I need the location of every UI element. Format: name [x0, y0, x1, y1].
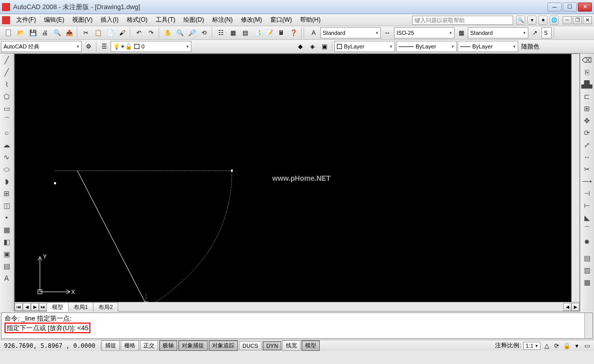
cut-icon[interactable]: ✂: [80, 27, 91, 38]
dyn-toggle[interactable]: DYN: [263, 341, 281, 350]
menu-edit[interactable]: 编辑(E): [40, 14, 68, 26]
revcloud-icon[interactable]: ☁: [1, 139, 12, 150]
stretch-icon[interactable]: ↔: [581, 151, 592, 163]
circle-icon[interactable]: ○: [1, 127, 12, 138]
hscroll-right-button[interactable]: ▶: [571, 303, 579, 311]
menu-file[interactable]: 文件(F): [12, 14, 40, 26]
mleader-combo[interactable]: S: [541, 27, 552, 38]
tab-last-button[interactable]: ⏭: [39, 303, 47, 311]
mdi-close-button[interactable]: ✕: [583, 16, 592, 24]
annotation-scale-combo[interactable]: 1:1▾: [523, 342, 540, 350]
insert-block-icon[interactable]: ⊞: [1, 188, 12, 199]
chamfer-icon[interactable]: ◣: [581, 212, 592, 223]
markup-icon[interactable]: 📝: [264, 27, 275, 38]
hatch-icon[interactable]: ▦: [1, 224, 12, 235]
table-style-icon[interactable]: ▦: [456, 27, 467, 38]
mdi-restore-button[interactable]: ❐: [573, 16, 582, 24]
zoom-previous-icon[interactable]: ⟲: [199, 27, 210, 38]
mleader-icon[interactable]: ↗: [529, 27, 540, 38]
tab-first-button[interactable]: ⏮: [15, 303, 23, 311]
tab-model[interactable]: 模型: [46, 302, 69, 311]
calc-icon[interactable]: 🖩: [276, 27, 287, 38]
spline-icon[interactable]: ∿: [1, 151, 12, 163]
help-search-input[interactable]: [412, 16, 513, 25]
workspace-settings-icon[interactable]: ⚙: [83, 41, 94, 52]
trim-icon[interactable]: ✂: [581, 164, 592, 175]
menu-help[interactable]: 帮助(H): [296, 14, 325, 26]
lineweight-combo[interactable]: ByLayer▾: [458, 41, 518, 52]
lwt-toggle[interactable]: 线宽: [282, 340, 301, 351]
tab-layout2[interactable]: 布局2: [93, 302, 118, 311]
osnap-toggle[interactable]: 对象捕捉: [178, 340, 208, 351]
maximize-button[interactable]: ☐: [563, 3, 577, 12]
make-block-icon[interactable]: ◫: [1, 200, 12, 211]
sheet-set-icon[interactable]: 📑: [252, 27, 263, 38]
fillet-icon[interactable]: ⌒: [581, 224, 592, 235]
table-style-combo[interactable]: Standard▾: [468, 27, 528, 38]
snap-toggle[interactable]: 捕捉: [102, 340, 120, 351]
status-lock-icon[interactable]: 🔒: [563, 342, 571, 350]
globe-icon[interactable]: 🌐: [550, 16, 559, 25]
search-icon[interactable]: 🔍: [516, 16, 525, 25]
break-icon[interactable]: ⊣: [581, 188, 592, 199]
menu-modify[interactable]: 修改(M): [237, 14, 266, 26]
dropdown-icon[interactable]: ▾: [527, 16, 536, 25]
clean-screen-icon[interactable]: ▭: [583, 342, 591, 350]
xline-icon[interactable]: ╱: [1, 67, 12, 78]
workspace-combo[interactable]: AutoCAD 经典▾: [1, 41, 82, 52]
tool-palette-icon[interactable]: ▤: [239, 27, 251, 38]
command-scrollbar[interactable]: [584, 313, 592, 338]
dim-style-icon[interactable]: ↔: [382, 27, 393, 38]
copy-obj-icon[interactable]: ⎘: [581, 67, 592, 78]
menu-draw[interactable]: 绘图(D): [179, 14, 208, 26]
vertical-scrollbar[interactable]: [571, 54, 579, 302]
layer-state-icon[interactable]: ◈: [307, 41, 318, 52]
scale-icon[interactable]: ⤢: [581, 139, 592, 150]
menu-dimension[interactable]: 标注(N): [208, 14, 237, 26]
ellipse-arc-icon[interactable]: ◗: [1, 176, 12, 187]
menu-tools[interactable]: 工具(T): [152, 14, 179, 26]
move-icon[interactable]: ✥: [581, 115, 592, 126]
command-window[interactable]: 命令: _line 指定第一点: 指定下一点或 [放弃(U)]: <45: [1, 313, 593, 339]
zoom-window-icon[interactable]: 🔎: [186, 27, 197, 38]
zoom-realtime-icon[interactable]: 🔍: [174, 27, 185, 38]
matchprop-icon[interactable]: 🖌: [117, 27, 128, 38]
tab-next-button[interactable]: ▶: [31, 303, 39, 311]
region-icon[interactable]: ▣: [1, 248, 12, 259]
arc-icon[interactable]: ⌒: [1, 115, 12, 126]
drawing-canvas[interactable]: Y X www.pHome.NET: [15, 54, 571, 302]
layer-tools-icon[interactable]: ▣: [319, 41, 330, 52]
grid-toggle[interactable]: 栅格: [121, 340, 139, 351]
mtext-icon[interactable]: A: [1, 273, 12, 284]
pan-icon[interactable]: ✋: [162, 27, 173, 38]
linetype-combo[interactable]: ByLayer▾: [396, 41, 457, 52]
text-style-combo[interactable]: Standard▾: [320, 27, 381, 38]
otrack-toggle[interactable]: 对象追踪: [209, 340, 238, 351]
erase-icon[interactable]: ⌫: [581, 55, 592, 66]
polygon-icon[interactable]: ⬠: [1, 91, 12, 102]
sheet-side-icon[interactable]: ▥: [581, 265, 592, 276]
minimize-button[interactable]: ─: [548, 3, 562, 12]
layer-previous-icon[interactable]: ◆: [294, 41, 306, 52]
design-center-icon[interactable]: ▦: [227, 27, 238, 38]
redo-icon[interactable]: ↷: [145, 27, 157, 38]
join-icon[interactable]: ⊢: [581, 200, 592, 211]
star-icon[interactable]: ★: [538, 16, 548, 25]
menu-insert[interactable]: 插入(I): [96, 14, 122, 26]
tab-layout1[interactable]: 布局1: [68, 302, 93, 311]
help-icon[interactable]: ❓: [288, 27, 299, 38]
mdi-minimize-button[interactable]: ─: [563, 16, 572, 24]
line-icon[interactable]: ╱: [1, 55, 12, 66]
preview-icon[interactable]: 🔍: [52, 27, 63, 38]
polyline-icon[interactable]: ⌇: [1, 79, 12, 90]
print-icon[interactable]: 🖨: [39, 27, 51, 38]
rectangle-icon[interactable]: ▭: [1, 103, 12, 114]
layer-combo[interactable]: 💡 ☀ 🔓 0 ▾: [111, 41, 191, 52]
extend-icon[interactable]: ⟶: [581, 176, 592, 187]
paste-icon[interactable]: 📄: [105, 27, 116, 38]
coordinates-display[interactable]: 926.7690, 5.8967 , 0.0000: [0, 342, 101, 349]
layer-manager-icon[interactable]: ☰: [98, 41, 110, 52]
dim-style-combo[interactable]: ISO-25▾: [394, 27, 455, 38]
properties-icon[interactable]: ☷: [215, 27, 226, 38]
copy-icon[interactable]: 📋: [92, 27, 104, 38]
